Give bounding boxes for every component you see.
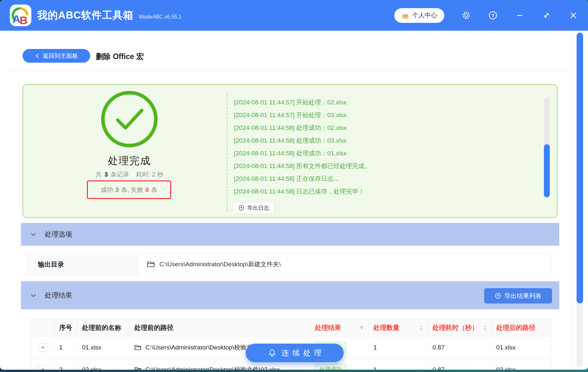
back-button-label: 返回到主面板 — [43, 52, 78, 60]
header-expand — [31, 319, 55, 336]
options-section-header[interactable]: 处理选项 — [21, 223, 559, 246]
cell-elapsed: 0.87 — [428, 336, 492, 358]
app-logo: A B — [10, 5, 31, 26]
svg-text:A: A — [12, 13, 21, 25]
summary-total-prefix: 共 — [95, 171, 102, 178]
bell-icon — [268, 349, 276, 357]
log-scrollbar-thumb[interactable] — [544, 144, 550, 197]
output-dir-value: C:\Users\Administrator\Desktop\新建文件夹\ — [159, 260, 281, 269]
close-button[interactable] — [568, 10, 578, 20]
highlight-success-count: 3 — [115, 186, 119, 194]
cell-name-before: 01.xlsx — [77, 336, 130, 358]
table-header-row: 序号 处理前的名称 处理前的路径 处理结果 处理数量 处理耗时（秒） — [31, 319, 551, 336]
highlight-between-label: 条, 失败 — [121, 186, 143, 194]
status-title: 处理完成 — [64, 154, 195, 168]
log-line: [2024-08-01 11:44:57] 开始处理：03.xlsx — [234, 109, 514, 121]
help-icon: ? — [488, 11, 498, 20]
highlight-tail-label: 条 — [151, 186, 157, 194]
success-fail-highlight-box: 成功 3 条, 失败 0 条 — [87, 180, 171, 199]
continue-button-label: 连续处理 — [282, 348, 325, 358]
result-panel: 处理完成 共 3 条记录 耗时: 2 秒 成功 3 条, 失败 0 条 [202… — [23, 84, 558, 218]
page-title: 删除 Office 宏 — [96, 52, 144, 62]
cell-count: 1 — [369, 359, 428, 370]
header-elapsed[interactable]: 处理耗时（秒） — [428, 319, 492, 336]
resize-button[interactable] — [542, 10, 551, 20]
log-line: [2024-08-01 11:44:58] 所有文件都已经处理完成。 — [234, 160, 514, 172]
status-badge: 处理成功 — [315, 364, 346, 370]
chevron-down-icon — [31, 233, 36, 236]
export-results-button[interactable]: 导出结果列表 — [484, 288, 552, 303]
sort-carets-icon[interactable] — [483, 325, 487, 330]
chevron-left-icon — [35, 53, 40, 59]
header-name-before: 处理前的名称 — [77, 319, 130, 336]
output-dir-field[interactable]: C:\Users\Administrator\Desktop\新建文件夹\ — [138, 254, 552, 275]
log-area: [2024-08-01 11:44:57] 开始处理：02.xlsx [2024… — [227, 94, 514, 211]
app-window: A B 我的ABC软件工具箱 WodeABC v6.55.1 个人中心 — [0, 0, 588, 370]
back-to-main-button[interactable]: 返回到主面板 — [23, 49, 90, 63]
page-scrollbar-thumb[interactable] — [577, 33, 583, 303]
resize-icon — [542, 11, 551, 20]
export-log-button[interactable]: 导出日志 — [233, 202, 274, 214]
filter-icon[interactable] — [359, 326, 364, 330]
help-button[interactable]: ? — [488, 10, 498, 20]
output-dir-label: 输出目录 — [26, 254, 138, 275]
cell-path-after: 02.xlsx — [492, 359, 551, 370]
export-log-label: 导出日志 — [247, 204, 269, 212]
success-check-icon — [100, 90, 159, 148]
header-count[interactable]: 处理数量 — [369, 319, 428, 336]
header-result-label: 处理结果 — [315, 323, 341, 332]
cell-count: 1 — [369, 336, 428, 358]
cell-path-text: C:\Users\Administrator\Desktop\校验文件\02.x… — [145, 365, 280, 370]
minimize-button[interactable] — [515, 10, 525, 20]
log-line: [2024-08-01 11:44:58] 正在保存日志... — [234, 172, 514, 185]
log-line: [2024-08-01 11:44:57] 开始处理：02.xlsx — [234, 96, 514, 109]
export-icon — [238, 205, 244, 211]
cell-name-before: 02.xlsx — [77, 359, 130, 370]
log-line: [2024-08-01 11:44:58] 处理成功：03.xlsx — [234, 134, 514, 147]
cell-index: 1 — [55, 336, 77, 358]
titlebar: A B 我的ABC软件工具箱 WodeABC v6.55.1 个人中心 — [0, 0, 588, 31]
highlight-success-label: 成功 — [101, 186, 113, 194]
gear-icon — [461, 10, 471, 20]
header-path-before: 处理前的路径 — [130, 319, 310, 336]
log-line: [2024-08-01 11:44:58] 处理成功：01.xlsx — [234, 147, 514, 160]
settings-button[interactable] — [461, 10, 471, 20]
folder-icon — [134, 345, 141, 350]
output-dir-row: 输出目录 C:\Users\Administrator\Desktop\新建文件… — [26, 254, 552, 275]
chevron-down-icon — [31, 294, 36, 297]
header-path-after: 处理后的路径 — [492, 319, 551, 336]
log-line: [2024-08-01 11:44:58] 处理成功：02.xlsx — [234, 121, 514, 134]
header-elapsed-label: 处理耗时（秒） — [433, 323, 478, 332]
close-icon — [569, 11, 578, 20]
svg-text:B: B — [20, 14, 28, 26]
highlight-fail-count: 0 — [145, 186, 149, 194]
summary-total-count: 3 — [103, 171, 109, 178]
export-icon — [495, 293, 501, 299]
header-divider — [10, 70, 572, 71]
expand-row-button[interactable]: + — [39, 343, 47, 352]
options-section-title: 处理选项 — [45, 230, 72, 239]
cell-elapsed: 0.87 — [428, 359, 492, 370]
app-title: 我的ABC软件工具箱 — [37, 8, 133, 22]
expand-row-button[interactable]: + — [39, 365, 47, 370]
svg-text:?: ? — [491, 13, 494, 18]
user-center-button[interactable]: 个人中心 — [394, 8, 444, 23]
header-result[interactable]: 处理结果 — [310, 319, 369, 336]
summary-total-suffix: 条记录 — [110, 171, 129, 178]
results-section-header[interactable]: 处理结果 导出结果列表 — [21, 281, 559, 309]
crown-icon — [401, 12, 409, 19]
ab-logo-icon: A B — [10, 5, 31, 26]
cell-path-after: 01.xlsx — [492, 336, 551, 358]
log-line: [2024-08-01 11:44:58] 日志已保存，处理完毕！ — [234, 185, 514, 198]
header-index: 序号 — [55, 319, 77, 336]
cell-index: 2 — [55, 359, 77, 370]
scrollbar-divider — [572, 31, 572, 370]
folder-icon — [147, 261, 155, 268]
minimize-icon — [516, 11, 524, 19]
summary-line: 共 3 条记录 耗时: 2 秒 — [48, 170, 211, 179]
results-section-title: 处理结果 — [45, 291, 72, 300]
export-results-label: 导出结果列表 — [504, 292, 542, 300]
continue-processing-button[interactable]: 连续处理 — [246, 344, 344, 362]
sort-carets-icon[interactable] — [419, 325, 423, 330]
summary-elapsed: 耗时: 2 秒 — [136, 171, 163, 178]
